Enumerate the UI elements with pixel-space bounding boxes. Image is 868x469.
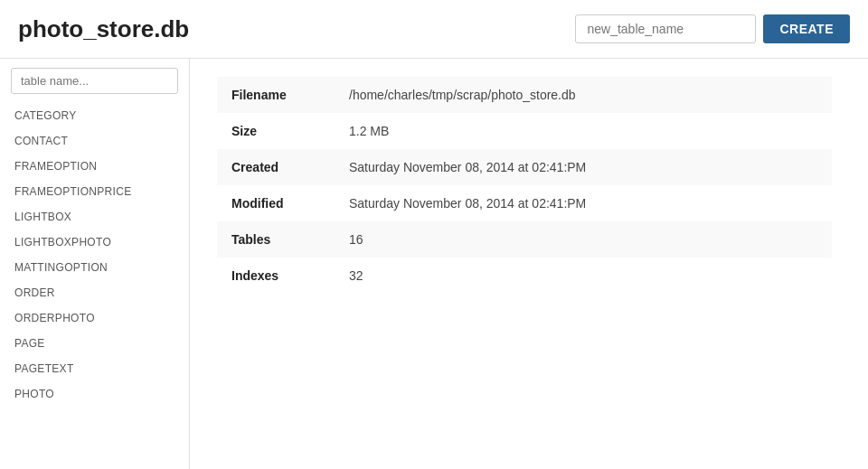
- info-row: Filename/home/charles/tmp/scrap/photo_st…: [217, 77, 832, 113]
- info-row-value: Saturday November 08, 2014 at 02:41:PM: [335, 149, 832, 185]
- create-button[interactable]: CREATE: [763, 14, 850, 43]
- info-row: Size1.2 MB: [217, 113, 832, 149]
- sidebar-search-input[interactable]: [11, 68, 178, 94]
- app-title: photo_store.db: [18, 15, 189, 43]
- info-row-value: 16: [335, 221, 832, 258]
- sidebar-search-container: [0, 68, 189, 94]
- sidebar-item[interactable]: PAGE: [0, 331, 189, 356]
- sidebar-item[interactable]: ORDERPHOTO: [0, 305, 189, 331]
- info-table: Filename/home/charles/tmp/scrap/photo_st…: [217, 77, 832, 294]
- sidebar-item[interactable]: ORDER: [0, 280, 189, 305]
- info-row-value: /home/charles/tmp/scrap/photo_store.db: [335, 77, 832, 113]
- sidebar-item[interactable]: PHOTO: [0, 381, 189, 407]
- app-header: photo_store.db CREATE: [0, 0, 868, 59]
- info-row: CreatedSaturday November 08, 2014 at 02:…: [217, 149, 832, 185]
- info-row-label: Indexes: [217, 258, 335, 294]
- sidebar-item[interactable]: LIGHTBOX: [0, 204, 189, 230]
- sidebar-item[interactable]: CATEGORY: [0, 103, 189, 128]
- header-right: CREATE: [575, 14, 850, 43]
- info-row-value: 1.2 MB: [335, 113, 832, 149]
- sidebar-item[interactable]: FRAMEOPTION: [0, 154, 189, 179]
- sidebar-item[interactable]: LIGHTBOXPHOTO: [0, 230, 189, 255]
- new-table-input[interactable]: [575, 14, 756, 43]
- main-content: CATEGORYCONTACTFRAMEOPTIONFRAMEOPTIONPRI…: [0, 59, 868, 469]
- info-row-label: Created: [217, 149, 335, 185]
- sidebar-items-list: CATEGORYCONTACTFRAMEOPTIONFRAMEOPTIONPRI…: [0, 103, 189, 407]
- sidebar: CATEGORYCONTACTFRAMEOPTIONFRAMEOPTIONPRI…: [0, 59, 190, 469]
- info-row: Indexes32: [217, 258, 832, 294]
- info-row: ModifiedSaturday November 08, 2014 at 02…: [217, 185, 832, 221]
- sidebar-item[interactable]: CONTACT: [0, 128, 189, 154]
- sidebar-item[interactable]: FRAMEOPTIONPRICE: [0, 179, 189, 204]
- sidebar-item[interactable]: PAGETEXT: [0, 356, 189, 381]
- info-row: Tables16: [217, 221, 832, 258]
- info-row-label: Tables: [217, 221, 335, 258]
- info-row-label: Size: [217, 113, 335, 149]
- info-row-value: Saturday November 08, 2014 at 02:41:PM: [335, 185, 832, 221]
- content-area: Filename/home/charles/tmp/scrap/photo_st…: [190, 59, 868, 469]
- info-row-label: Modified: [217, 185, 335, 221]
- sidebar-item[interactable]: MATTINGOPTION: [0, 255, 189, 280]
- info-row-value: 32: [335, 258, 832, 294]
- info-row-label: Filename: [217, 77, 335, 113]
